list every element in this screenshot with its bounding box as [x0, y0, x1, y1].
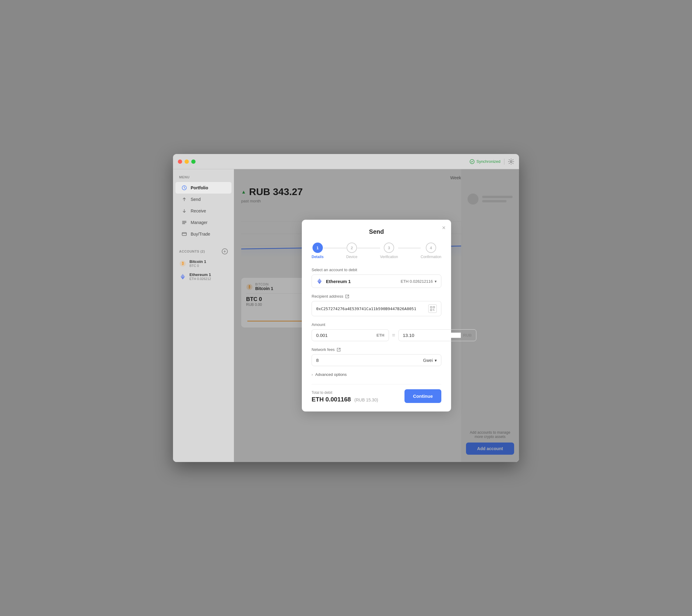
svg-rect-6 — [182, 233, 186, 236]
total-rub-value: (RUB 15.30) — [355, 397, 378, 402]
sidebar-item-buytrade-label: Buy/Trade — [191, 232, 210, 237]
svg-rect-24 — [434, 307, 434, 307]
network-fees-field[interactable]: Gwei ▾ — [312, 354, 441, 366]
network-fees-external-icon[interactable] — [337, 348, 341, 352]
bitcoin-account-balance: BTC 0 — [189, 264, 206, 267]
sidebar-item-send[interactable]: Send — [175, 194, 231, 205]
amount-eth-input[interactable] — [316, 333, 374, 338]
modal-overlay[interactable]: × Send 1 Details 2 Device — [234, 169, 519, 462]
sidebar-item-portfolio-label: Portfolio — [191, 185, 208, 190]
send-modal: × Send 1 Details 2 Device — [302, 220, 451, 412]
sidebar-item-manager[interactable]: Manager — [175, 217, 231, 228]
selected-account-balance-value: ETH 0.026212116 — [400, 279, 433, 284]
accounts-header: ACCOUNTS (2) + — [175, 246, 231, 257]
divider — [504, 158, 504, 164]
amount-rub-field[interactable]: RUB — [398, 329, 476, 341]
sidebar-item-send-label: Send — [191, 197, 201, 202]
step-2-circle: 2 — [347, 243, 357, 253]
sidebar: MENU Portfolio Send — [173, 169, 234, 462]
amount-label: Amount — [312, 322, 441, 327]
advanced-options-toggle[interactable]: › Advanced options — [312, 372, 441, 377]
network-fees-label-row: Network fees — [312, 347, 441, 352]
fees-chevron-icon: ▾ — [435, 358, 437, 363]
step-3-label: Verification — [380, 255, 398, 259]
svg-rect-25 — [431, 310, 431, 310]
account-select-dropdown[interactable]: Ethereum 1 ETH 0.026212116 ▾ — [312, 274, 441, 288]
close-button[interactable] — [178, 159, 182, 164]
advanced-options-label: Advanced options — [315, 372, 347, 377]
sidebar-account-bitcoin[interactable]: ₿ Bitcoin 1 BTC 0 — [175, 257, 231, 270]
settings-icon[interactable] — [508, 158, 514, 164]
svg-point-1 — [510, 161, 512, 162]
connector-3-4 — [398, 248, 421, 248]
step-2: 2 Device — [346, 243, 358, 259]
amount-eth-field[interactable]: ETH — [312, 329, 389, 341]
svg-rect-3 — [182, 221, 186, 222]
total-eth-value: ETH 0.001168 — [312, 396, 351, 403]
external-link-icon[interactable] — [345, 294, 349, 299]
sidebar-item-buytrade[interactable]: Buy/Trade — [175, 228, 231, 240]
fees-unit-select[interactable]: Gwei ▾ — [423, 358, 437, 363]
recipient-label: Recipient address — [312, 294, 343, 299]
title-bar: Synchronized — [173, 154, 519, 169]
main-layout: MENU Portfolio Send — [173, 169, 519, 462]
app-window: Synchronized MENU Portfolio — [173, 154, 519, 462]
recipient-address-input[interactable] — [316, 307, 428, 311]
modal-close-button[interactable]: × — [442, 225, 446, 231]
qr-scan-icon[interactable] — [428, 304, 437, 313]
ethereum-account-name: Ethereum 1 — [189, 272, 211, 277]
sync-label: Synchronized — [476, 159, 500, 164]
step-3: 3 Verification — [380, 243, 398, 259]
dropdown-chevron-icon: ▾ — [435, 279, 437, 284]
equals-sign: = — [392, 332, 395, 338]
network-fees-input[interactable] — [316, 358, 423, 363]
recipient-label-row: Recipient address — [312, 294, 441, 299]
accounts-label: ACCOUNTS (2) — [179, 249, 205, 253]
sidebar-item-receive-label: Receive — [191, 208, 206, 213]
portfolio-icon — [182, 185, 187, 191]
step-4-circle: 4 — [426, 243, 436, 253]
connector-1-2 — [323, 248, 346, 248]
total-debit-label: Total to debit — [312, 391, 378, 395]
selected-account-balance: ETH 0.026212116 ▾ — [400, 279, 437, 284]
recipient-address-field[interactable] — [312, 301, 441, 316]
accounts-section: ACCOUNTS (2) + ₿ Bitcoin 1 BTC 0 — [173, 246, 234, 283]
sidebar-item-portfolio[interactable]: Portfolio — [175, 182, 231, 194]
total-debit-info: Total to debit ETH 0.001168 (RUB 15.30) — [312, 391, 378, 403]
sidebar-account-ethereum[interactable]: Ethereum 1 ETH 0.026212 — [175, 270, 231, 283]
buytrade-icon — [182, 231, 187, 237]
amount-eth-currency: ETH — [376, 333, 384, 337]
manager-icon — [182, 220, 187, 225]
sidebar-item-manager-label: Manager — [191, 220, 207, 225]
sync-status: Synchronized — [470, 159, 500, 164]
stepper: 1 Details 2 Device 3 Verification — [312, 243, 441, 259]
step-1-circle: 1 — [313, 243, 323, 253]
add-account-circle-btn[interactable]: + — [222, 248, 228, 255]
content-area: Week Month Year ▲ RUB 343.27 past month — [234, 169, 519, 462]
amount-rub-input[interactable] — [403, 333, 461, 338]
advanced-chevron-icon: › — [312, 373, 313, 377]
network-fees-label: Network fees — [312, 347, 335, 352]
send-icon — [182, 197, 187, 202]
eth-dropdown-icon — [316, 278, 323, 285]
selected-account-name: Ethereum 1 — [326, 279, 351, 284]
step-2-label: Device — [346, 255, 358, 259]
step-4-label: Confirmation — [421, 255, 441, 259]
continue-button[interactable]: Continue — [404, 389, 441, 403]
maximize-button[interactable] — [191, 159, 195, 164]
receive-icon — [182, 208, 187, 214]
connector-2-3 — [357, 248, 380, 248]
minimize-button[interactable] — [185, 159, 189, 164]
amount-row: ETH = RUB — [312, 329, 441, 341]
ethereum-account-balance: ETH 0.026212 — [189, 277, 211, 281]
select-account-label: Select an account to debit — [312, 267, 441, 272]
sidebar-item-receive[interactable]: Receive — [175, 205, 231, 217]
sync-icon — [470, 159, 475, 164]
svg-rect-5 — [182, 223, 185, 224]
modal-title: Send — [312, 228, 441, 235]
step-1: 1 Details — [312, 243, 323, 259]
step-3-circle: 3 — [384, 243, 394, 253]
ethereum-sidebar-icon — [179, 273, 186, 280]
step-4: 4 Confirmation — [421, 243, 441, 259]
bitcoin-sidebar-icon: ₿ — [179, 260, 186, 267]
